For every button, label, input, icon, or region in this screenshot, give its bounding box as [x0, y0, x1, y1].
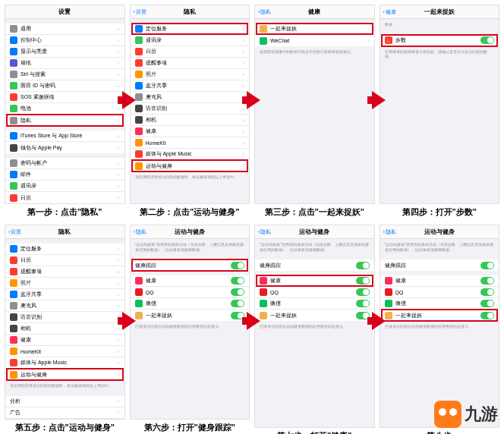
- settings-row[interactable]: 广告›: [5, 407, 124, 419]
- settings-row[interactable]: 一起来捉妖›: [255, 24, 374, 35]
- toggle-switch[interactable]: [480, 312, 494, 319]
- settings-row[interactable]: 日历›: [131, 46, 250, 58]
- settings-row[interactable]: 日历›: [5, 192, 124, 203]
- settings-row[interactable]: 运动与健身›: [131, 160, 250, 171]
- settings-row[interactable]: Siri 与搜索›: [5, 69, 124, 80]
- settings-row[interactable]: ♨步数: [380, 35, 499, 46]
- settings-row[interactable]: HomeKit›: [5, 346, 124, 357]
- chevron-right-icon: ›: [367, 37, 370, 44]
- settings-row[interactable]: 显示与亮度›: [5, 46, 124, 58]
- settings-row[interactable]: 健康›: [131, 126, 250, 137]
- settings-row[interactable]: SOS 紧急联络›: [5, 92, 124, 103]
- chevron-right-icon: ›: [118, 348, 120, 355]
- settings-row[interactable]: 定位服务›: [5, 244, 124, 255]
- row-label: QQ: [146, 290, 232, 295]
- row-label: 显示与亮度: [20, 48, 118, 55]
- page-title: 隐私: [184, 8, 196, 16]
- row-icon: [10, 336, 17, 344]
- settings-row[interactable]: 一起来捉妖: [255, 310, 374, 321]
- settings-row[interactable]: QQ: [131, 287, 250, 298]
- settings-row[interactable]: QQ: [380, 287, 499, 298]
- settings-row[interactable]: 照片›: [131, 69, 250, 80]
- watermark-text: 九游: [465, 403, 498, 426]
- toggle-switch[interactable]: [480, 277, 494, 285]
- settings-row[interactable]: 通讯录›: [131, 35, 250, 46]
- toggle-switch[interactable]: [480, 262, 494, 269]
- settings-row[interactable]: 相机›: [5, 323, 124, 335]
- toggle-switch[interactable]: [231, 262, 244, 269]
- settings-row[interactable]: 健康: [380, 275, 499, 287]
- settings-row[interactable]: 照片›: [5, 278, 124, 289]
- settings-row[interactable]: 微信: [255, 298, 374, 310]
- arrow-right-icon: [122, 91, 136, 109]
- back-button[interactable]: ‹隐私: [258, 228, 271, 236]
- settings-row[interactable]: 一起来捉妖: [131, 310, 250, 321]
- settings-row[interactable]: 日历›: [5, 255, 124, 266]
- settings-row[interactable]: 语音识别›: [131, 103, 250, 115]
- settings-row[interactable]: 健康: [255, 275, 374, 287]
- settings-row[interactable]: iTunes Store 与 App Store›: [5, 131, 124, 142]
- toggle-switch[interactable]: [356, 288, 370, 296]
- row-label: 健康: [20, 336, 118, 344]
- settings-row[interactable]: 电池›: [5, 103, 124, 115]
- settings-row[interactable]: WeChat›: [255, 35, 374, 46]
- settings-row[interactable]: 健身跟踪: [255, 259, 374, 271]
- settings-row[interactable]: 健康: [131, 275, 250, 287]
- settings-row[interactable]: 微信: [131, 298, 250, 310]
- toggle-switch[interactable]: [231, 277, 244, 285]
- chevron-right-icon: ›: [118, 183, 120, 190]
- chevron-right-icon: ›: [118, 133, 120, 140]
- settings-row[interactable]: 媒体与 Apple Music›: [5, 357, 124, 369]
- back-button[interactable]: ‹设置: [8, 228, 21, 236]
- toggle-switch[interactable]: [356, 277, 370, 285]
- toggle-switch[interactable]: [231, 300, 244, 307]
- settings-row[interactable]: 运动与健身›: [5, 369, 124, 380]
- settings-row[interactable]: 密码与帐户›: [5, 158, 124, 169]
- row-icon: [135, 139, 143, 146]
- settings-row[interactable]: 相机›: [131, 115, 250, 126]
- row-label: 通讯录: [20, 182, 118, 190]
- settings-row[interactable]: 钱包与 Apple Pay›: [5, 142, 124, 153]
- settings-row[interactable]: 微信: [380, 298, 499, 310]
- settings-row[interactable]: 健身跟踪: [380, 259, 499, 271]
- chevron-right-icon: ›: [118, 337, 120, 344]
- tutorial-step-2: ‹设置隐私定位服务›通讯录›日历›提醒事项›照片›蓝牙共享›麦克风›语音识别›相…: [130, 5, 250, 220]
- settings-row[interactable]: 控制中心›: [5, 35, 124, 46]
- settings-row[interactable]: 麦克风›: [131, 92, 250, 103]
- toggle-switch[interactable]: [480, 288, 494, 296]
- settings-row[interactable]: 通讯录›: [5, 181, 124, 192]
- settings-row[interactable]: 一起来捉妖: [380, 310, 499, 321]
- toggle-switch[interactable]: [231, 288, 244, 296]
- settings-row[interactable]: 邮件›: [5, 169, 124, 181]
- toggle-switch[interactable]: [480, 36, 494, 44]
- settings-row[interactable]: 媒体与 Apple Music›: [131, 149, 250, 160]
- chevron-left-icon: ‹: [8, 229, 10, 234]
- back-button[interactable]: ‹健康: [383, 8, 396, 16]
- section-header: 数据: [380, 19, 499, 30]
- settings-row[interactable]: 蓝牙共享›: [131, 80, 250, 92]
- chevron-right-icon: ›: [118, 303, 120, 310]
- back-button[interactable]: ‹隐私: [134, 228, 146, 236]
- settings-row[interactable]: 健康›: [5, 335, 124, 346]
- settings-row[interactable]: HomeKit›: [131, 137, 250, 149]
- settings-row[interactable]: 面容 ID 与密码›: [5, 80, 124, 92]
- settings-row[interactable]: 麦克风›: [5, 300, 124, 312]
- toggle-switch[interactable]: [356, 262, 370, 269]
- settings-row[interactable]: 定位服务›: [131, 24, 250, 35]
- settings-row[interactable]: 隐私›: [5, 115, 124, 126]
- settings-row[interactable]: 健身跟踪: [131, 259, 250, 271]
- settings-row[interactable]: 语音识别›: [5, 312, 124, 323]
- settings-row[interactable]: 提醒事项›: [131, 58, 250, 69]
- back-button[interactable]: ‹隐私: [383, 228, 396, 236]
- settings-row[interactable]: 蓝牙共享›: [5, 289, 124, 300]
- toggle-switch[interactable]: [356, 300, 370, 307]
- toggle-switch[interactable]: [480, 300, 494, 307]
- settings-row[interactable]: 墙纸›: [5, 58, 124, 69]
- back-button[interactable]: ‹设置: [134, 8, 146, 16]
- row-icon: [385, 288, 392, 296]
- settings-row[interactable]: 通用›: [5, 24, 124, 35]
- settings-row[interactable]: 分析›: [5, 396, 124, 407]
- settings-row[interactable]: 提醒事项›: [5, 266, 124, 278]
- back-button[interactable]: ‹隐私: [258, 8, 271, 16]
- settings-row[interactable]: QQ: [255, 287, 374, 298]
